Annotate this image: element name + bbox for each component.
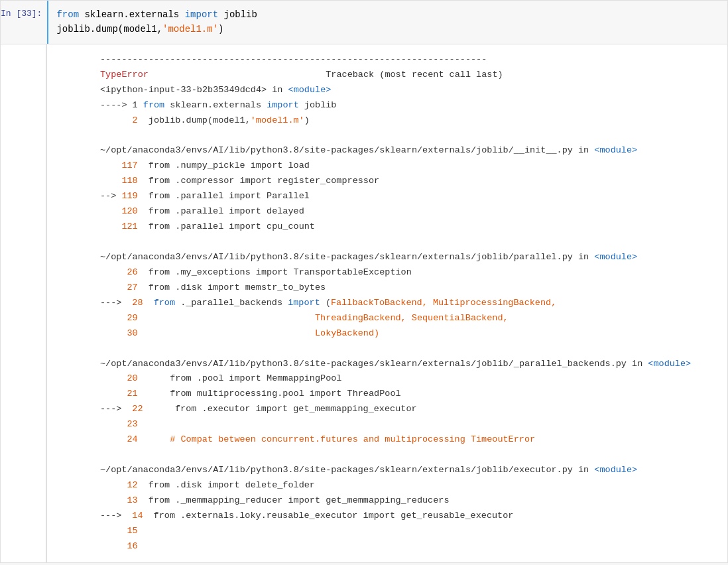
code-118: from .compressor import register_compres… (143, 176, 379, 186)
code-13: from ._memmapping_reducer import get_mem… (143, 495, 450, 505)
cell-code: from sklearn.externals import joblib job… (48, 1, 265, 44)
path-3: ~/opt/anaconda3/envs/AI/lib/python3.8/si… (100, 359, 648, 369)
ln-13: 13 (100, 493, 138, 509)
keyword-from: from (56, 9, 79, 20)
code-119: from .parallel import Parallel (143, 191, 310, 201)
ln-26: 26 (100, 265, 138, 281)
ln-119: 119 (121, 189, 137, 204)
kw-from-1: from (143, 100, 164, 110)
ln-29: 29 (100, 311, 138, 326)
ln-24: 24 (100, 432, 138, 448)
tb-text-1: sklearn.externals (164, 100, 267, 110)
code-29: ThreadingBackend, SequentialBackend, (143, 313, 509, 323)
module-tag-3: <module> (594, 252, 637, 262)
kw-import-28: import (288, 298, 320, 308)
import-names-28: FallbackToBackend, MultiprocessingBacken… (331, 298, 556, 308)
code-26: from .my_exceptions import Transportable… (143, 267, 412, 277)
path-4: ~/opt/anaconda3/envs/AI/lib/python3.8/si… (100, 465, 594, 475)
cell-input[interactable]: In [33]: from sklearn.externals import j… (1, 1, 727, 44)
code-paren: ) (218, 24, 223, 34)
ln-22: 22 (127, 402, 143, 417)
ln-27: 27 (100, 281, 138, 296)
kw-import-1: import (267, 100, 299, 110)
code-28 (149, 298, 154, 308)
ln-14: 14 (127, 509, 143, 524)
module-tag-4: <module> (648, 359, 691, 369)
ln-120: 120 (100, 204, 138, 220)
code-22: from .executor import get_memmapping_exe… (149, 404, 417, 414)
arrow-28: ---> (100, 298, 127, 308)
path-2: ~/opt/anaconda3/envs/AI/lib/python3.8/si… (100, 252, 594, 262)
tb-str-2: 'model1.m' (251, 115, 304, 125)
traceback-label: Traceback (most recent call last) (326, 70, 503, 80)
ln-12: 12 (100, 478, 138, 493)
ln-20: 20 (100, 371, 138, 387)
ln-28: 28 (127, 296, 143, 311)
arrow-119: --> (100, 191, 121, 201)
ln-21: 21 (100, 387, 138, 402)
ln-121: 121 (100, 220, 138, 235)
code-27: from .disk import memstr_to_bytes (143, 282, 326, 292)
tb-code-2b: ) (304, 115, 310, 125)
notebook-cell: In [33]: from sklearn.externals import j… (0, 0, 728, 563)
code-line-2: joblib.dump(model1,'model1.m') (56, 22, 257, 36)
code-21: from multiprocessing.pool import ThreadP… (143, 389, 401, 399)
code-string: 'model1.m' (162, 24, 218, 34)
code-28b: ._parallel_backends (175, 298, 288, 308)
line-num-2: 2 (100, 113, 138, 129)
path-1: ~/opt/anaconda3/envs/AI/lib/python3.8/si… (100, 145, 594, 155)
cell-output: ----------------------------------------… (46, 44, 727, 562)
code-func: joblib.dump(model1, (56, 24, 162, 34)
code-121: from .parallel import cpu_count (143, 221, 315, 231)
tb-text-1b: joblib (299, 100, 337, 110)
separator: ----------------------------------------… (100, 54, 487, 64)
code-12: from .disk import delete_folder (143, 480, 315, 490)
code-120: from .parallel import delayed (143, 206, 304, 216)
code-30: LokyBackend) (143, 328, 379, 338)
module-tag-5: <module> (594, 465, 637, 475)
code-117: from .numpy_pickle import load (143, 160, 310, 170)
ln-16: 16 (100, 539, 138, 554)
import-id: joblib (224, 9, 257, 20)
module-name: sklearn.externals (84, 9, 184, 20)
code-28c: ( (320, 298, 331, 308)
kw-from-28: from (154, 298, 175, 308)
cell-label: In [33]: (1, 1, 48, 44)
arrow1: ----> 1 (100, 100, 143, 110)
code-14: from .externals.loky.reusable_executor i… (149, 511, 514, 521)
code-24: # Compat between concurrent.futures and … (143, 434, 535, 444)
ln-117: 117 (100, 158, 138, 174)
ln-23: 23 (100, 417, 138, 432)
ln-30: 30 (100, 326, 138, 342)
arrow-14: ---> (100, 511, 127, 521)
output-content: ----------------------------------------… (100, 52, 719, 554)
ipython-line: <ipython-input-33-b2b35349dcd4> in (100, 85, 288, 95)
module-tag-2: <module> (594, 145, 637, 155)
ln-15: 15 (100, 524, 138, 539)
ln-118: 118 (100, 174, 138, 189)
error-type: TypeError (100, 70, 149, 80)
module-tag-1: <module> (288, 85, 332, 95)
keyword-import: import (185, 9, 218, 20)
tb-code-2a: joblib.dump(model1, (143, 115, 251, 125)
code-20: from .pool import MemmappingPool (143, 373, 342, 383)
code-line-1: from sklearn.externals import joblib (56, 7, 257, 22)
arrow-22: ---> (100, 404, 127, 414)
